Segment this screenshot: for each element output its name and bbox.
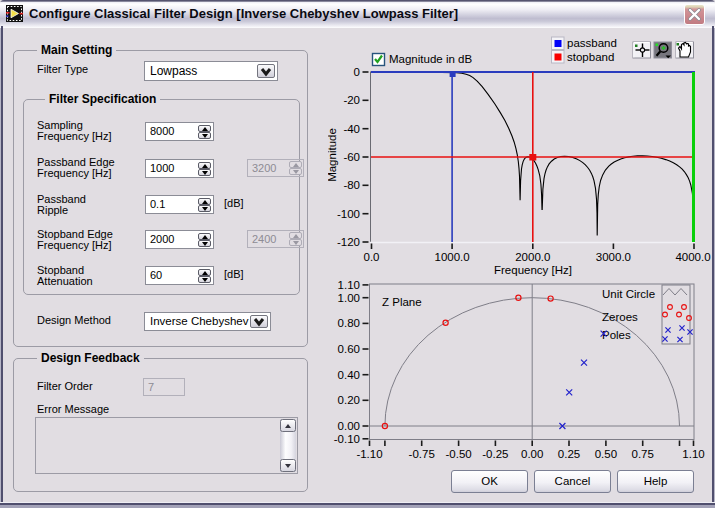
svg-text:-0.75: -0.75 [409,448,435,460]
svg-text:stopband: stopband [567,51,614,63]
svg-text:0: 0 [354,66,360,78]
svg-text:0.50: 0.50 [595,448,617,460]
svg-text:passband: passband [567,37,617,49]
svg-text:-0.50: -0.50 [445,448,471,460]
svg-text:Frequency [Hz]: Frequency [Hz] [494,264,572,276]
svg-text:-120: -120 [337,236,360,248]
svg-text:0.00: 0.00 [338,420,360,432]
svg-text:-80: -80 [343,179,360,191]
svg-text:0.60: 0.60 [338,343,360,355]
svg-text:-20: -20 [343,94,360,106]
svg-text:Z Plane: Z Plane [382,296,422,308]
svg-text:1.10: 1.10 [682,448,704,460]
svg-text:0.00: 0.00 [521,448,543,460]
svg-text:-40: -40 [343,123,360,135]
svg-text:-1.10: -1.10 [356,448,382,460]
svg-text:-100: -100 [337,208,360,220]
svg-text:Zeroes: Zeroes [602,311,638,323]
svg-text:Magnitude in dB: Magnitude in dB [389,53,472,65]
svg-text:1.00: 1.00 [338,292,360,304]
svg-text:0.0: 0.0 [364,251,380,263]
svg-text:0.80: 0.80 [338,317,360,329]
svg-text:Poles: Poles [602,329,631,341]
svg-text:0.20: 0.20 [338,394,360,406]
svg-text:3000.0: 3000.0 [596,251,631,263]
svg-text:1.10: 1.10 [338,279,360,291]
svg-text:-60: -60 [343,151,360,163]
svg-text:Magnitude: Magnitude [328,128,338,182]
svg-text:2000.0: 2000.0 [515,251,550,263]
svg-text:4000.0: 4000.0 [675,251,710,263]
svg-text:-0.25: -0.25 [482,448,508,460]
svg-text:1000.0: 1000.0 [435,251,470,263]
svg-text:0.40: 0.40 [338,369,360,381]
svg-text:-0.10: -0.10 [334,433,360,445]
svg-text:0.75: 0.75 [632,448,654,460]
svg-text:Unit Circle: Unit Circle [602,288,655,300]
svg-text:0.25: 0.25 [558,448,580,460]
